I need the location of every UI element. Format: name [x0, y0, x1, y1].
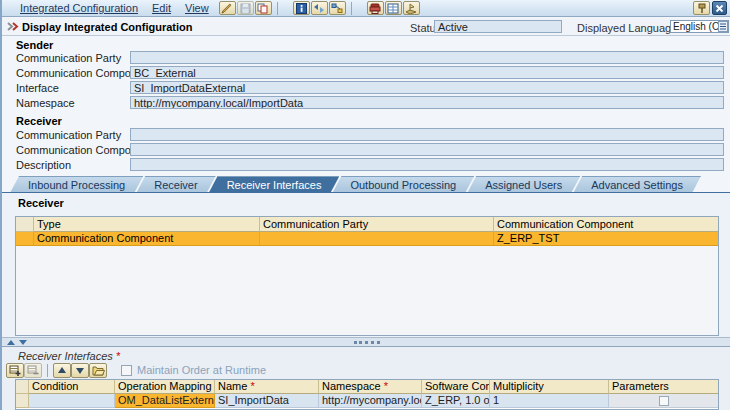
move-down-button[interactable] [71, 363, 89, 378]
swap-view-button[interactable] [311, 1, 328, 15]
cell-condition[interactable] [29, 394, 115, 408]
hierarchy-icon [331, 3, 343, 14]
receiver-interfaces-toolbar: Maintain Order at Runtime [6, 362, 266, 378]
column-header-communication-party[interactable]: Communication Party [260, 217, 494, 232]
tab-inbound-processing[interactable]: Inbound Processing [10, 176, 143, 193]
header-selector-cell [16, 380, 29, 394]
maintain-order-checkbox[interactable] [121, 365, 132, 376]
collapse-down-icon[interactable] [19, 340, 27, 345]
sender-section-heading: Sender [16, 39, 53, 51]
receiver-communication-party-label: Communication Party [16, 129, 121, 141]
sender-communication-component-field: BC_External [130, 66, 724, 79]
window-buttons [693, 1, 727, 15]
receiver-table: Type Communication Party Communication C… [15, 216, 719, 336]
pin-button[interactable] [693, 1, 710, 15]
receiver-interfaces-heading: Receiver Interfaces * [18, 350, 120, 362]
receiver-description-field [130, 158, 724, 171]
displayed-language-select[interactable]: English (OL) [670, 20, 729, 33]
receiver-communication-party-field [130, 128, 724, 141]
cell-communication-party[interactable] [260, 232, 494, 246]
column-header-operation-mapping[interactable]: Operation Mapping [115, 380, 215, 394]
receiver-description-label: Description [16, 159, 71, 171]
copy-icon [257, 3, 269, 14]
column-header-parameters[interactable]: Parameters [609, 380, 718, 394]
cell-type[interactable]: Communication Component [34, 232, 260, 246]
cell-communication-component[interactable]: Z_ERP_TST [494, 232, 718, 246]
toolbar-group-info [293, 1, 346, 15]
sender-namespace-field: http://mycompany.local/ImportData [130, 96, 724, 109]
insert-row-button[interactable] [6, 363, 24, 378]
column-header-multiplicity[interactable]: Multiplicity [490, 380, 609, 394]
arrow-up-icon [57, 366, 67, 375]
receiver-table-heading: Receiver [18, 197, 64, 209]
table-view-button[interactable] [385, 1, 402, 15]
swap-arrows-icon [313, 3, 325, 14]
column-header-type[interactable]: Type [34, 217, 260, 232]
move-up-button[interactable] [53, 363, 71, 378]
tab-assigned-users[interactable]: Assigned Users [467, 176, 580, 193]
menu-edit[interactable]: Edit [152, 2, 171, 14]
tab-receiver-interfaces[interactable]: Receiver Interfaces [209, 176, 340, 193]
column-header-condition[interactable]: Condition [29, 380, 115, 394]
table-row[interactable]: Communication Component Z_ERP_TST [16, 232, 718, 246]
displayed-language-label: Displayed Language [577, 22, 677, 34]
title-bar: Display Integrated Configuration Status … [2, 18, 730, 36]
close-button[interactable] [712, 1, 727, 15]
row-selector-cell[interactable] [16, 232, 34, 246]
insert-row-icon [9, 365, 21, 376]
printer-icon [369, 3, 381, 14]
required-mark: * [250, 380, 254, 392]
sender-communication-party-label: Communication Party [16, 52, 121, 64]
sender-communication-party-field [130, 51, 724, 64]
sender-interface-label: Interface [16, 82, 59, 94]
publish-button[interactable] [403, 1, 420, 15]
cell-namespace[interactable]: http://mycompany.local/Im [319, 394, 422, 408]
status-field: Active [434, 20, 562, 33]
toolbar-separator [277, 2, 278, 15]
edit-button[interactable] [219, 1, 236, 15]
print-button[interactable] [367, 1, 384, 15]
toolbar-separator [47, 364, 48, 377]
hierarchy-button[interactable] [329, 1, 346, 15]
sender-interface-field: SI_ImportDataExternal [130, 81, 724, 94]
toolbar-group-edit [219, 1, 272, 15]
tab-receiver[interactable]: Receiver [136, 176, 215, 193]
column-header-name[interactable]: Name * [215, 380, 319, 394]
tab-bar: Inbound Processing Receiver Receiver Int… [10, 176, 724, 193]
tab-advanced-settings[interactable]: Advanced Settings [573, 176, 701, 193]
delete-row-button[interactable] [24, 363, 42, 378]
tab-outbound-processing[interactable]: Outbound Processing [332, 176, 474, 193]
info-icon [296, 3, 307, 14]
open-folder-icon [92, 365, 105, 376]
cell-multiplicity[interactable]: 1 [490, 394, 609, 408]
cell-operation-mapping[interactable]: OM_DataListExternalToD [115, 394, 215, 408]
collapse-up-icon[interactable] [7, 340, 15, 345]
receiver-table-header: Type Communication Party Communication C… [16, 217, 718, 232]
column-header-namespace[interactable]: Namespace * [319, 380, 422, 394]
column-header-communication-component[interactable]: Communication Component [494, 217, 718, 232]
splitter-grip-icon[interactable] [354, 341, 380, 344]
column-header-software-component[interactable]: Software Com... [422, 380, 490, 394]
cell-parameters [609, 394, 718, 408]
splitter-bar[interactable] [2, 337, 730, 347]
close-icon [715, 4, 724, 13]
toolbar-group-output [367, 1, 420, 15]
save-button[interactable] [237, 1, 254, 15]
open-button[interactable] [89, 363, 107, 378]
info-button[interactable] [293, 1, 310, 15]
cell-name[interactable]: SI_ImportData [215, 394, 319, 408]
parameters-checkbox[interactable] [659, 396, 669, 406]
cell-software-component[interactable]: Z_ERP, 1.0 of ... [422, 394, 490, 408]
required-mark: * [116, 350, 120, 362]
receiver-communication-component-field [130, 143, 724, 156]
copy-button[interactable] [255, 1, 272, 15]
row-selector-cell[interactable] [16, 394, 29, 408]
arrow-down-icon [75, 366, 85, 375]
receiver-interfaces-table: Condition Operation Mapping Name * Names… [15, 379, 719, 410]
sender-namespace-label: Namespace [16, 97, 75, 109]
menu-view[interactable]: View [185, 2, 209, 14]
menu-integrated-configuration[interactable]: Integrated Configuration [20, 2, 138, 14]
table-row[interactable]: OM_DataListExternalToD SI_ImportData htt… [16, 394, 718, 408]
receiver-interfaces-table-header: Condition Operation Mapping Name * Names… [16, 380, 718, 394]
integration-builder-window: Integrated Configuration Edit View [0, 0, 730, 410]
